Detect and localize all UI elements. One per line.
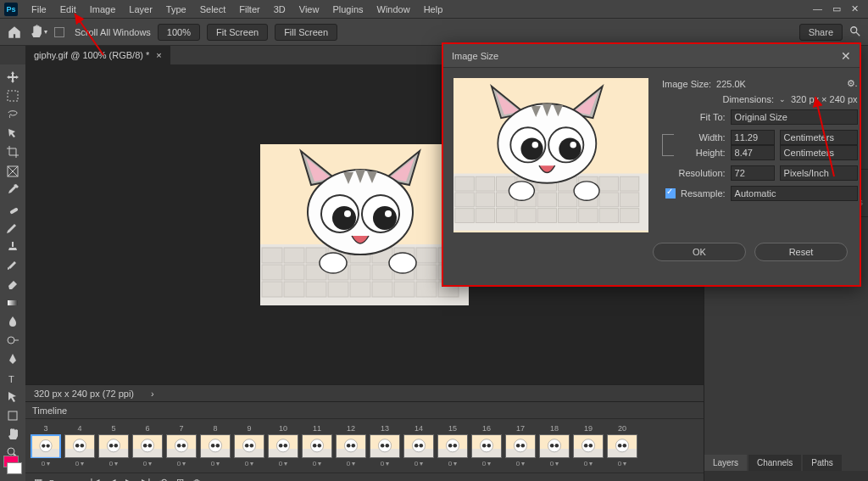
dodge-tool-icon[interactable] [2, 332, 24, 350]
height-input[interactable] [731, 145, 775, 160]
hand-tool2-icon[interactable] [2, 426, 24, 444]
frame-thumbnail[interactable] [336, 434, 366, 458]
frame-delay[interactable]: 0 ▾ [347, 460, 356, 467]
reset-button[interactable]: Reset [754, 243, 848, 261]
frame-thumbnail[interactable] [607, 434, 637, 458]
resolution-input[interactable] [731, 165, 775, 181]
frame-delay[interactable]: 0 ▾ [415, 460, 424, 467]
timeline-play-icon[interactable]: ▶ [123, 477, 135, 482]
hand-tool-icon[interactable]: ▾ [29, 23, 47, 42]
maximize-icon[interactable]: ▭ [832, 3, 841, 14]
resolution-unit-select[interactable]: Pixels/Inch [780, 165, 858, 181]
timeline-frame[interactable]: 18 0 ▾ [539, 424, 570, 467]
minimize-icon[interactable]: — [813, 3, 822, 14]
frame-thumbnail[interactable] [132, 434, 163, 458]
timeline-prev-icon[interactable]: ◀ [106, 477, 118, 482]
timeline-newframe-icon[interactable]: ⊞ [174, 477, 186, 482]
frame-thumbnail[interactable] [573, 434, 604, 458]
timeline-frame[interactable]: 3 0 ▾ [31, 424, 61, 467]
timeline-frame[interactable]: 19 0 ▾ [573, 424, 604, 467]
scroll-checkbox[interactable] [54, 27, 64, 37]
menu-plugins[interactable]: Plugins [326, 4, 370, 14]
frame-thumbnail[interactable] [403, 434, 434, 458]
frame-delay[interactable]: 0 ▾ [211, 460, 220, 467]
document-tab[interactable]: giphy.gif @ 100% (RGB/8) * × [25, 46, 170, 64]
frame-thumbnail[interactable] [505, 434, 536, 458]
frame-delay[interactable]: 0 ▾ [279, 460, 288, 467]
timeline-frame[interactable]: 4 0 ▾ [64, 424, 95, 467]
frame-thumbnail[interactable] [31, 434, 61, 458]
gradient-tool-icon[interactable] [2, 294, 24, 311]
frame-delay[interactable]: 0 ▾ [177, 460, 186, 467]
fit-screen-button[interactable]: Fit Screen [207, 24, 268, 41]
frame-thumbnail[interactable] [471, 434, 502, 458]
tab-paths[interactable]: Paths [803, 455, 842, 471]
healing-brush-tool-icon[interactable] [2, 199, 24, 217]
timeline-tween-icon[interactable]: ⟲ [157, 477, 169, 482]
crop-tool-icon[interactable] [2, 143, 24, 161]
tab-layers[interactable]: Layers [704, 455, 747, 471]
color-swatches[interactable] [3, 456, 22, 474]
frame-delay[interactable]: 0 ▾ [109, 460, 119, 467]
frame-delay[interactable]: 0 ▾ [245, 460, 254, 467]
timeline-frame[interactable]: 20 0 ▾ [607, 424, 637, 467]
frame-delay[interactable]: 0 ▾ [75, 460, 85, 467]
shape-tool-icon[interactable] [2, 406, 24, 424]
menu-3d[interactable]: 3D [267, 4, 292, 14]
timeline-frame[interactable]: 8 0 ▾ [200, 424, 231, 467]
frame-delay[interactable]: 0 ▾ [482, 460, 492, 467]
frame-tool-icon[interactable] [2, 162, 24, 180]
frame-thumbnail[interactable] [234, 434, 264, 458]
menu-select[interactable]: Select [193, 4, 233, 14]
frame-delay[interactable]: 0 ▾ [618, 460, 627, 467]
background-swatch[interactable] [7, 462, 22, 474]
frame-thumbnail[interactable] [166, 434, 197, 458]
menu-help[interactable]: Help [417, 4, 450, 14]
timeline-frame[interactable]: 12 0 ▾ [336, 424, 366, 467]
timeline-frame[interactable]: 17 0 ▾ [505, 424, 536, 467]
timeline-frame[interactable]: 11 0 ▾ [302, 424, 332, 467]
search-icon[interactable] [849, 25, 861, 39]
timeline-frame[interactable]: 6 0 ▾ [132, 424, 163, 467]
zoom-level-button[interactable]: 100% [158, 24, 200, 41]
type-tool-icon[interactable]: T [2, 369, 24, 387]
width-input[interactable] [731, 130, 775, 145]
frame-thumbnail[interactable] [302, 434, 332, 458]
history-brush-tool-icon[interactable] [2, 256, 24, 274]
fill-screen-button[interactable]: Fill Screen [275, 24, 337, 41]
status-arrow-icon[interactable]: › [151, 389, 154, 399]
timeline-frame[interactable]: 16 0 ▾ [471, 424, 502, 467]
menu-view[interactable]: View [292, 4, 326, 14]
dialog-gear-icon[interactable]: ⚙. [847, 78, 858, 89]
ok-button[interactable]: OK [653, 243, 746, 261]
timeline-frame[interactable]: 14 0 ▾ [403, 424, 434, 467]
eyedropper-tool-icon[interactable] [2, 181, 24, 199]
frame-thumbnail[interactable] [200, 434, 231, 458]
clone-stamp-tool-icon[interactable] [2, 238, 24, 255]
menu-window[interactable]: Window [370, 4, 417, 14]
timeline-first-icon[interactable]: |◀ [89, 477, 101, 482]
move-tool-icon[interactable] [2, 68, 24, 86]
timeline-frame[interactable]: 7 0 ▾ [166, 424, 197, 467]
frame-delay[interactable]: 0 ▾ [516, 460, 526, 467]
dimensions-dropdown-icon[interactable]: ⌄ [779, 95, 786, 103]
quick-select-tool-icon[interactable] [2, 125, 24, 143]
menu-type[interactable]: Type [159, 4, 193, 14]
timeline-frame[interactable]: 13 0 ▾ [370, 424, 400, 467]
menu-edit[interactable]: Edit [53, 4, 83, 14]
frame-delay[interactable]: 0 ▾ [143, 460, 153, 467]
frame-delay[interactable]: 0 ▾ [42, 460, 51, 467]
dialog-close-icon[interactable]: ✕ [841, 49, 851, 63]
menu-image[interactable]: Image [83, 4, 123, 14]
lasso-tool-icon[interactable] [2, 105, 24, 123]
menu-filter[interactable]: Filter [232, 4, 266, 14]
timeline-delete-icon[interactable]: 🗑 [191, 477, 203, 482]
resample-select[interactable]: Automatic [731, 186, 858, 201]
frame-thumbnail[interactable] [539, 434, 570, 458]
pen-tool-icon[interactable] [2, 350, 24, 368]
frame-delay[interactable]: 0 ▾ [313, 460, 322, 467]
share-button[interactable]: Share [799, 24, 843, 41]
close-icon[interactable]: ✕ [851, 3, 859, 14]
link-dimensions-icon[interactable] [662, 134, 674, 156]
frame-thumbnail[interactable] [370, 434, 400, 458]
